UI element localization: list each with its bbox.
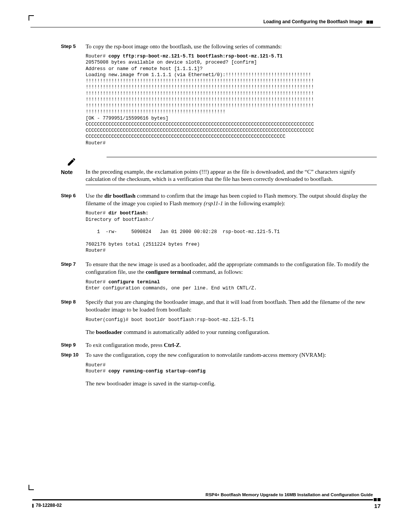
crop-mark-bl bbox=[29, 485, 34, 490]
step-label: Step 10 bbox=[61, 351, 86, 358]
terminal-output: Router# dir bootflash: Directory of boot… bbox=[86, 210, 377, 254]
step-6: Step 6 Use the dir bootflash command to … bbox=[61, 192, 377, 259]
step-label: Step 8 bbox=[61, 298, 86, 305]
terminal-output: Router(config)# boot bootldr bootflash:r… bbox=[86, 317, 377, 323]
header-rule bbox=[30, 27, 381, 27]
note-rule bbox=[107, 157, 377, 157]
main-content: Step 5 To copy the rsp-boot image onto t… bbox=[61, 43, 377, 388]
step-body: To exit configuration mode, press Ctrl-Z… bbox=[86, 341, 377, 349]
step-label: Step 6 bbox=[61, 192, 86, 198]
step-5: Step 5 To copy the rsp-boot image onto t… bbox=[61, 43, 377, 152]
step-label: Step 5 bbox=[61, 43, 86, 49]
step-8: Step 8 Specify that you are changing the… bbox=[61, 298, 377, 340]
step-label: Step 7 bbox=[61, 260, 86, 267]
step-body: To copy the rsp-boot image onto the boot… bbox=[86, 43, 377, 152]
note-body: In the preceding example, the exclamatio… bbox=[86, 168, 377, 183]
pencil-icon bbox=[61, 157, 82, 168]
terminal-output: Router# Router# copy running-config star… bbox=[86, 362, 377, 375]
terminal-output: Router# copy tftp:rsp-boot-mz.121-5.T1 b… bbox=[86, 53, 377, 146]
note-rule bbox=[86, 185, 377, 185]
doc-number: 78-12288-02 bbox=[32, 503, 62, 509]
step-7: Step 7 To ensure that the new image is u… bbox=[61, 260, 377, 297]
page-number: 17 bbox=[374, 503, 381, 509]
step-9: Step 9 To exit configuration mode, press… bbox=[61, 341, 377, 349]
terminal-output: Router# configure terminal Enter configu… bbox=[86, 279, 377, 292]
note-label: Note bbox=[61, 168, 86, 175]
step-body: Use the dir bootflash command to confirm… bbox=[86, 192, 377, 259]
page-footer: RSP4+ Bootflash Memory Upgrade to 16MB I… bbox=[32, 492, 381, 509]
footer-title: RSP4+ Bootflash Memory Upgrade to 16MB I… bbox=[32, 492, 381, 497]
header-title: Loading and Configuring the Bootflash Im… bbox=[263, 19, 363, 24]
step-body: Specify that you are changing the bootlo… bbox=[86, 298, 377, 340]
running-header: Loading and Configuring the Bootflash Im… bbox=[30, 19, 381, 25]
footer-rule bbox=[32, 498, 381, 501]
header-decor-icon bbox=[366, 19, 373, 25]
step-label: Step 9 bbox=[61, 341, 86, 348]
note-block: Note In the preceding example, the excla… bbox=[61, 157, 377, 185]
step-10: Step 10 To save the configuration, copy … bbox=[61, 351, 377, 387]
crop-mark-tl bbox=[29, 15, 34, 21]
step-body: To save the configuration, copy the new … bbox=[86, 351, 377, 387]
step-body: To ensure that the new image is used as … bbox=[86, 260, 377, 297]
